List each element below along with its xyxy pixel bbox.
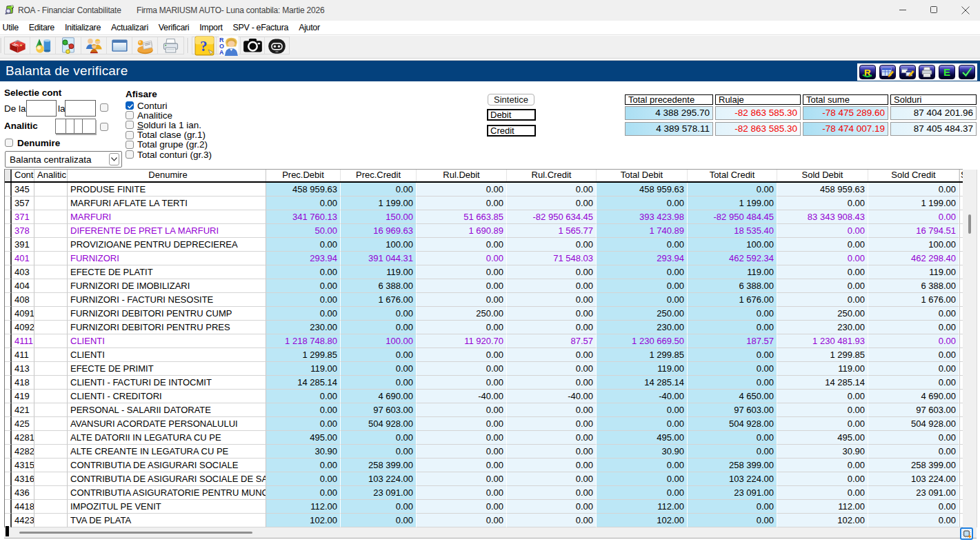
row-selector[interactable] (5, 417, 12, 431)
grid-row-371[interactable]: 371MARFURI341 760.13150.0051 663.85-82 9… (5, 210, 963, 224)
row-selector[interactable] (5, 307, 12, 321)
checkbox-unchecked-icon[interactable] (126, 141, 134, 149)
grid-row-4092[interactable]: 4092FURNIZORI DEBITORI PENTRU PRES230.00… (5, 321, 963, 334)
horizontal-scrollbar[interactable] (4, 527, 977, 538)
edit-windows-action-button[interactable] (899, 65, 916, 79)
grid-row-4091[interactable]: 4091FURNIZORI DEBITORI PENTRU CUMP0.000.… (5, 307, 963, 321)
grid-col-header-prec-debit[interactable]: Prec.Debit (266, 170, 341, 181)
edit-grid-action-button[interactable] (879, 65, 896, 79)
grid-row-421[interactable]: 421PERSONAL - SALARII DATORATE0.0097 603… (5, 403, 963, 417)
row-selector[interactable] (5, 321, 12, 334)
zoom-window-icon[interactable] (960, 527, 973, 540)
row-selector[interactable] (5, 486, 12, 500)
grid-row-357[interactable]: 357MARFURI AFLATE LA TERTI0.001 199.000.… (5, 197, 963, 210)
afisare-option-analitice[interactable]: Analitice (126, 110, 172, 120)
grid-col-header-prec-credit[interactable]: Prec.Credit (341, 170, 417, 181)
people-toolbar-button[interactable] (81, 37, 107, 54)
row-selector[interactable] (5, 376, 12, 390)
printer-toolbar-button[interactable] (158, 37, 183, 54)
afisare-option-total-conturi-gr-3[interactable]: Total conturi (gr.3) (126, 150, 212, 159)
maximize-button[interactable] (919, 0, 949, 20)
menu-item-spv-efactura[interactable]: SPV - eFactura (228, 23, 294, 32)
grid-col-header-total-credit[interactable]: Total Credit (688, 170, 777, 181)
cont-from-input[interactable] (26, 100, 57, 117)
desk-toolbar-button[interactable] (132, 37, 158, 54)
help-toolbar-button[interactable]: ? (192, 37, 217, 54)
grid-col-header-analitic[interactable]: Analitic (34, 170, 68, 181)
menu-item-import[interactable]: Import (194, 23, 228, 32)
grid-col-header-rul-debit[interactable]: Rul.Debit (417, 170, 507, 181)
analitic-checkbox[interactable] (100, 123, 108, 131)
grid-row-403[interactable]: 403EFECTE DE PLATIT0.00119.000.000.000.0… (5, 265, 963, 279)
row-selector[interactable] (5, 445, 12, 459)
close-button[interactable] (950, 0, 980, 20)
afisare-option-solduri-la-1-ian[interactable]: Solduri la 1 ian. (126, 120, 201, 130)
refresh-action-button[interactable]: R (859, 65, 876, 79)
confirm-action-button[interactable] (959, 65, 975, 79)
grid-row-4111[interactable]: 4111CLIENTI1 218 748.80100.0011 920.7087… (5, 334, 963, 348)
checkbox-unchecked-icon[interactable] (126, 150, 134, 159)
afisare-option-conturi[interactable]: Conturi (126, 101, 168, 110)
row-selector[interactable] (5, 238, 12, 252)
denumire-checkbox[interactable] (5, 139, 13, 147)
grid-row-4423[interactable]: 4423TVA DE PLATA102.000.000.000.00102.00… (5, 514, 963, 527)
row-selector[interactable] (5, 390, 12, 403)
camera-toolbar-button[interactable] (241, 37, 265, 54)
grid-col-header-cont[interactable]: Cont (12, 170, 34, 181)
row-selector[interactable] (5, 472, 12, 486)
balanta-select[interactable]: Balanta centralizata (5, 151, 122, 168)
checkbox-checked-icon[interactable] (126, 101, 134, 110)
grid-row-4281[interactable]: 4281ALTE DATORII IN LEGATURA CU PE495.00… (5, 431, 963, 445)
menu-item-actualizari[interactable]: Actualizari (106, 23, 154, 32)
row-selector[interactable] (5, 197, 12, 210)
excel-action-button[interactable]: E (939, 65, 955, 79)
row-selector[interactable] (5, 362, 12, 376)
row-selector[interactable] (5, 514, 12, 527)
grid-row-413[interactable]: 413EFECTE DE PRIMIT119.000.000.000.00119… (5, 362, 963, 376)
checkbox-unchecked-icon[interactable] (126, 131, 134, 139)
grid-row-4316[interactable]: 4316CONTRIBUTIA DE ASIGURARI SOCIALE DE … (5, 472, 963, 486)
grid-col-header-sold-debit[interactable]: Sold Debit (777, 170, 868, 181)
cont-to-input[interactable] (65, 100, 96, 117)
analitic-mask-input[interactable] (55, 119, 96, 134)
row-selector[interactable] (5, 431, 12, 445)
grid-row-436[interactable]: 436CONTRIBUTIA ASIGURATORIE PENTRU MUNC0… (5, 486, 963, 500)
grid-row-408[interactable]: 408FURNIZORI - FACTURI NESOSITE0.001 676… (5, 293, 963, 307)
grid-row-425[interactable]: 425AVANSURI ACORDATE PERSONALULUI0.00504… (5, 417, 963, 431)
grid-row-418[interactable]: 418CLIENTI - FACTURI DE INTOCMIT14 285.1… (5, 376, 963, 390)
row-selector[interactable] (5, 265, 12, 279)
grid-row-419[interactable]: 419CLIENTI - CREDITORI0.004 690.00-40.00… (5, 390, 963, 403)
grid-row-411[interactable]: 411CLIENTI1 299.850.000.000.001 299.850.… (5, 348, 963, 362)
menu-item-ajutor[interactable]: Ajutor (294, 23, 326, 32)
row-selector[interactable] (5, 224, 12, 238)
vertical-scrollbar-thumb[interactable] (968, 214, 971, 234)
credit-field[interactable]: Credit (487, 125, 536, 137)
robot-toolbar-button[interactable] (265, 37, 289, 54)
molecule-toolbar-button[interactable] (56, 37, 81, 54)
row-selector[interactable] (5, 459, 12, 472)
sintetice-button[interactable]: Sintetice (488, 94, 534, 105)
grid-col-header-denumire[interactable]: Denumire (68, 170, 266, 181)
menu-item-editare[interactable]: Editare (23, 23, 59, 32)
grid-row-401[interactable]: 401FURNIZORI293.94391 044.310.0071 548.0… (5, 252, 963, 265)
grid-row-4418[interactable]: 4418IMPOZITUL PE VENIT112.000.000.000.00… (5, 500, 963, 514)
grid-col-header-total-debit[interactable]: Total Debit (597, 170, 688, 181)
row-selector[interactable] (5, 183, 12, 197)
debit-field[interactable]: Debit (487, 109, 536, 121)
afisare-option-total-grupe-gr-2[interactable]: Total grupe (gr.2) (126, 140, 208, 150)
checkbox-unchecked-icon[interactable] (126, 111, 134, 119)
row-selector[interactable] (5, 279, 12, 293)
row-selector[interactable] (5, 252, 12, 265)
chart3d-toolbar-button[interactable] (30, 37, 56, 54)
grid-row-404[interactable]: 404FURNIZORI DE IMOBILIZARI0.006 388.000… (5, 279, 963, 293)
row-selector[interactable] (5, 293, 12, 307)
afisare-option-total-clase-gr-1[interactable]: Total clase (gr.1) (126, 130, 206, 140)
interval-checkbox[interactable] (100, 103, 108, 112)
grid-row-378[interactable]: 378DIFERENTE DE PRET LA MARFURI50.0016 9… (5, 224, 963, 238)
minimize-button[interactable] (888, 0, 918, 20)
row-selector[interactable] (5, 334, 12, 348)
grid-row-345[interactable]: 345PRODUSE FINITE458 959.630.000.000.004… (5, 183, 963, 197)
toolbox-toolbar-button[interactable] (5, 37, 30, 54)
grid-col-header-rul-credit[interactable]: Rul.Credit (507, 170, 597, 181)
menu-item-utile[interactable]: Utile (0, 23, 23, 32)
